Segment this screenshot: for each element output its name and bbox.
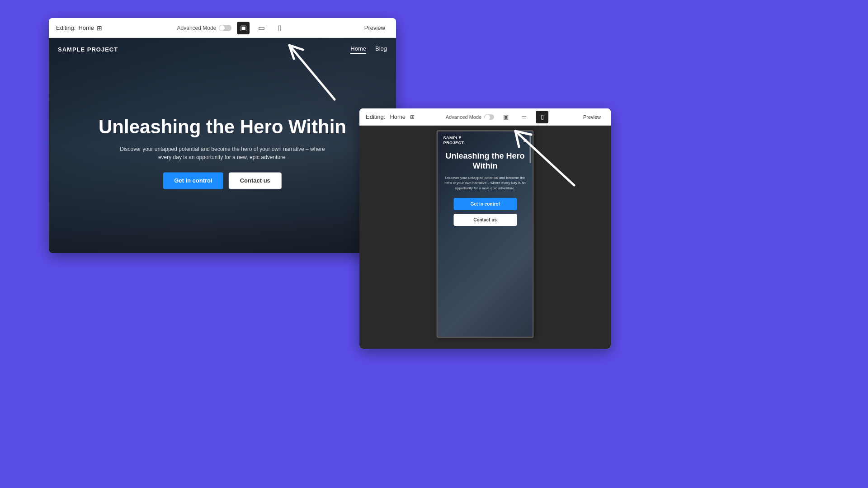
mobile-toolbar: Editing: Home ⊞ Advanced Mode ▣ ▭ ▯ Prev… [359,108,611,126]
desktop-site-content: sample project Home Blog Unleashing the … [49,38,396,253]
mobile-desktop-view-btn[interactable]: ▣ [500,111,512,123]
mobile-editor-window: Editing: Home ⊞ Advanced Mode ▣ ▭ ▯ Prev… [359,108,611,349]
mobile-phone-frame: sample project ≡ Unleashing the Hero Wit… [437,130,534,338]
mobile-hero-buttons: Get in control Contact us [444,198,526,226]
pages-icon: ⊞ [97,24,102,32]
hero-subtitle: Discover your untapped potential and bec… [114,145,331,162]
mobile-toolbar-left: Editing: Home ⊞ [366,113,415,120]
mobile-page-name[interactable]: Home [390,113,406,120]
mobile-site-content: sample project ≡ Unleashing the Hero Wit… [359,126,611,349]
mobile-toolbar-center: Advanced Mode ▣ ▭ ▯ [446,111,549,123]
site-nav-links: Home Blog [350,45,387,54]
advanced-mode-toggle[interactable] [219,25,231,31]
hero-section: Unleashing the Hero Within Discover your… [84,116,361,189]
mobile-preview-button[interactable]: Preview [580,113,604,122]
nav-link-home[interactable]: Home [350,45,366,54]
desktop-editor-window: Editing: Home ⊞ Advanced Mode ▣ ▭ ▯ Prev… [49,18,396,253]
mobile-hero-section: Unleashing the Hero Within Discover your… [438,151,533,226]
nav-link-blog[interactable]: Blog [375,45,387,54]
toolbar-center: Advanced Mode ▣ ▭ ▯ [177,22,286,34]
advanced-mode-group: Advanced Mode [177,25,232,31]
mobile-view-btn[interactable]: ▯ [273,22,286,34]
mobile-get-in-control-button[interactable]: Get in control [453,198,517,210]
tablet-view-btn[interactable]: ▭ [255,22,268,34]
mobile-advanced-mode-toggle[interactable] [484,114,494,120]
mobile-hero-subtitle: Discover your untapped potential and bec… [444,175,526,191]
mobile-advanced-mode-group: Advanced Mode [446,114,495,120]
mobile-contact-us-button[interactable]: Contact us [453,214,517,226]
mobile-mobile-view-btn[interactable]: ▯ [536,111,548,123]
mobile-pages-icon: ⊞ [410,114,415,120]
preview-button[interactable]: Preview [361,23,389,33]
get-in-control-button[interactable]: Get in control [163,173,223,189]
hero-buttons: Get in control Contact us [84,173,361,189]
mobile-site-logo: sample project [443,136,464,145]
mobile-editing-label: Editing: [366,113,385,120]
site-nav: sample project Home Blog [49,38,396,61]
page-name[interactable]: Home [78,24,94,31]
contact-us-button[interactable]: Contact us [229,173,282,189]
advanced-mode-label: Advanced Mode [177,25,217,31]
site-logo: sample project [58,46,118,53]
hamburger-icon[interactable]: ≡ [523,137,527,144]
mobile-hero-title: Unleashing the Hero Within [444,151,526,171]
editing-label: Editing: [56,24,75,31]
toolbar-left: Editing: Home ⊞ [56,24,102,32]
mobile-tablet-view-btn[interactable]: ▭ [518,111,530,123]
desktop-view-btn[interactable]: ▣ [237,22,250,34]
hero-title: Unleashing the Hero Within [84,116,361,138]
mobile-site-nav: sample project ≡ [438,131,533,150]
desktop-toolbar: Editing: Home ⊞ Advanced Mode ▣ ▭ ▯ Prev… [49,18,396,38]
mobile-advanced-mode-label: Advanced Mode [446,114,482,120]
